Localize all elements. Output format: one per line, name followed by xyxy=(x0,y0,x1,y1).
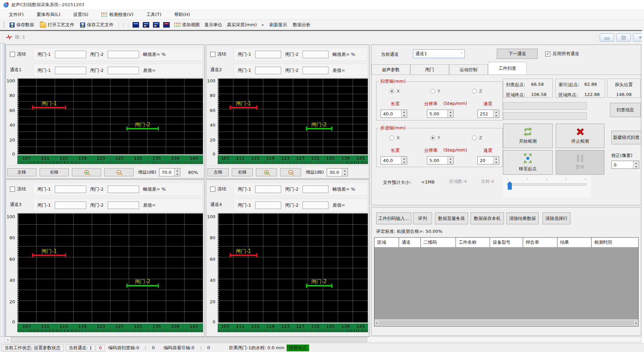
spinner-arrows[interactable]: ▲▼ xyxy=(401,157,407,164)
tab-ultrasound-params[interactable]: 超声参数 xyxy=(371,64,410,75)
save-local-button[interactable]: 数据保存本机 xyxy=(471,212,504,224)
step-axis-x-radio[interactable]: X xyxy=(389,135,400,140)
menu-calibration[interactable]: 检测校准(V) xyxy=(101,12,133,18)
arrange-windows-icon[interactable] xyxy=(163,22,170,28)
gate-2[interactable]: 闸门-2 xyxy=(127,121,158,130)
step-speed-spinner[interactable]: 20▲▼ xyxy=(477,156,499,164)
zoom-in-button[interactable]: + xyxy=(72,168,101,176)
spinner-arrows[interactable]: ▲▼ xyxy=(493,157,499,164)
step-length-spinner[interactable]: 40.0▲▼ xyxy=(381,156,407,164)
gate1-amplitude-field[interactable] xyxy=(55,186,86,193)
gate1-depth-field[interactable] xyxy=(55,67,86,74)
gate2-depth-field[interactable] xyxy=(108,67,139,74)
gate-1[interactable]: 闸门-1 xyxy=(32,248,66,257)
ascan-plot[interactable]: 闸门-1闸门-2 xyxy=(17,78,203,155)
save-data-button[interactable]: 保存数据 xyxy=(9,21,35,29)
move-right-button[interactable]: 右移 xyxy=(232,168,253,176)
gate-2-line[interactable] xyxy=(127,128,158,129)
scrollbar-thumb[interactable] xyxy=(379,320,634,325)
scan-axis-y-radio[interactable]: Y xyxy=(430,89,440,94)
gate2-amplitude-field[interactable] xyxy=(303,186,328,193)
next-channel-button[interactable]: 下一通道 xyxy=(497,49,538,59)
zoom-out-button[interactable]: − xyxy=(280,168,301,176)
gate-1[interactable]: 闸门-1 xyxy=(230,100,257,109)
gate2-depth-field[interactable] xyxy=(303,67,328,74)
slider-thumb[interactable] xyxy=(508,181,512,190)
spinner-arrows[interactable]: ▲▼ xyxy=(174,169,180,176)
column-header[interactable]: 工件名称 xyxy=(456,238,490,247)
save-process-file-button[interactable]: 保存工艺文件 xyxy=(79,21,114,29)
freeze-toggle[interactable]: 冻结 xyxy=(210,51,231,57)
tile-horizontal-icon[interactable] xyxy=(143,22,149,28)
clear-results-button[interactable]: 清除结果数据 xyxy=(506,212,539,224)
gate2-amplitude-field[interactable] xyxy=(108,51,139,58)
gate-1-line[interactable] xyxy=(230,107,257,108)
column-header[interactable]: 检测时间 xyxy=(592,238,638,247)
ascan-plot[interactable]: 闸门-1闸门-2 xyxy=(218,213,368,323)
mdi-horizontal-scrollbar[interactable]: ‹ xyxy=(5,337,641,342)
freeze-checkbox[interactable] xyxy=(210,52,215,57)
column-header[interactable]: 通道 xyxy=(399,238,421,247)
gate-1[interactable]: 闸门-1 xyxy=(32,100,66,109)
scan-axis-x-radio[interactable]: X xyxy=(389,89,400,94)
minimize-button[interactable] xyxy=(600,33,614,42)
column-header[interactable]: 结果 xyxy=(557,238,592,247)
column-header[interactable]: 区域 xyxy=(374,238,399,247)
add-view-button[interactable]: 添加视图 xyxy=(173,21,201,29)
menu-file[interactable]: 文件(F) xyxy=(9,12,24,18)
scrollbar-thumb[interactable] xyxy=(11,337,367,342)
zoom-in-button[interactable]: + xyxy=(256,168,277,176)
restore-button[interactable] xyxy=(616,33,631,42)
step-axis-y-radio[interactable]: Y xyxy=(430,135,440,140)
gate2-depth-field[interactable] xyxy=(303,202,328,209)
judge-button[interactable]: 评判 xyxy=(413,212,432,224)
left-scroll-strip[interactable] xyxy=(0,43,5,337)
menu-settings[interactable]: 设置(S) xyxy=(73,12,88,18)
tile-vertical-icon[interactable] xyxy=(153,22,159,28)
current-channel-select[interactable]: 通道1 ˅ xyxy=(413,49,465,58)
zoom-out-button[interactable]: − xyxy=(104,168,134,176)
data-analysis-button[interactable]: 数据分析 xyxy=(292,21,312,29)
gate-2-line[interactable] xyxy=(306,128,332,129)
gain-spinner[interactable]: 30.0 ▲▼ xyxy=(327,168,348,176)
ascan-plot[interactable]: 闸门-1闸门-2 xyxy=(218,78,368,155)
step-axis-z-radio[interactable]: Z xyxy=(472,135,482,140)
scroll-left-arrow[interactable]: ‹ xyxy=(5,337,11,342)
gate2-amplitude-field[interactable] xyxy=(108,186,139,193)
menu-tools[interactable]: 工具(T) xyxy=(146,12,161,18)
spinner-arrows[interactable]: ▲▼ xyxy=(342,169,348,176)
gate-2-line[interactable] xyxy=(306,285,332,286)
gate-1-line[interactable] xyxy=(230,255,257,256)
column-header[interactable]: 设备型号 xyxy=(490,238,523,247)
cascade-windows-icon[interactable] xyxy=(133,22,139,28)
gate-2[interactable]: 闸门-2 xyxy=(127,278,158,287)
scroll-left-arrow[interactable]: ‹ xyxy=(376,320,378,325)
gate-2[interactable]: 闸门-2 xyxy=(306,278,332,287)
menu-help[interactable]: 帮助(H) xyxy=(174,12,190,18)
step-resolution-spinner[interactable]: 5.00▲▼ xyxy=(427,156,454,164)
gate1-depth-field[interactable] xyxy=(255,202,281,209)
freeze-toggle[interactable]: 冻结 xyxy=(10,186,31,192)
gain-spinner[interactable]: 70.0 ▲▼ xyxy=(159,168,180,176)
move-left-button[interactable]: 左移 xyxy=(208,168,229,176)
apply-all-checkbox[interactable] xyxy=(545,51,550,57)
gate-2[interactable]: 闸门-2 xyxy=(306,121,332,130)
region-slider[interactable] xyxy=(503,175,591,197)
stop-detection-button[interactable]: 停止检测 xyxy=(556,124,604,148)
freeze-checkbox[interactable] xyxy=(10,187,15,192)
gate-1[interactable]: 闸门-1 xyxy=(230,248,257,257)
move-left-button[interactable]: 左移 xyxy=(7,168,36,176)
scan-length-spinner[interactable]: 40.0▲▼ xyxy=(381,110,407,118)
slider-track[interactable] xyxy=(507,183,586,186)
column-header[interactable]: 二维码 xyxy=(421,238,456,247)
gate-1-line[interactable] xyxy=(32,107,66,108)
tab-workpiece-scan[interactable]: 工件扫查 xyxy=(488,62,527,75)
apply-all-channels-toggle[interactable]: 应用所有通道 xyxy=(545,51,579,57)
spinner-arrows[interactable]: ▲▼ xyxy=(447,157,453,164)
move-to-origin-button[interactable]: 移至起点 xyxy=(503,150,553,175)
scan-speed-spinner[interactable]: 251▲▼ xyxy=(477,110,499,118)
scan-info-button[interactable]: 扫查信息 xyxy=(610,103,641,117)
tab-gates[interactable]: 闸门 xyxy=(410,64,449,75)
gate-2-line[interactable] xyxy=(127,285,158,286)
spinner-arrows[interactable]: ▲▼ xyxy=(493,110,499,117)
